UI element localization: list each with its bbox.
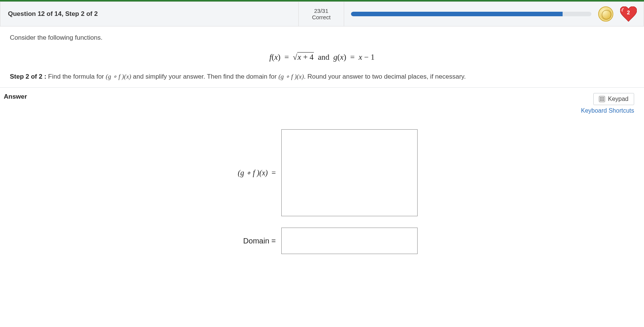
step-text-3: . Round your answer to two decimal place… <box>304 73 466 80</box>
svg-rect-6 <box>603 99 604 100</box>
progress-area: 2 <box>344 6 644 22</box>
svg-rect-2 <box>601 97 602 98</box>
progress-bar <box>351 12 591 16</box>
score-label: Correct <box>299 14 344 20</box>
formula-row: (g ∘ f )(x) = <box>227 129 418 216</box>
svg-rect-5 <box>601 99 602 100</box>
coin-icon <box>598 6 613 22</box>
keypad-button[interactable]: Keypad <box>593 93 634 105</box>
answer-inputs: (g ∘ f )(x) = Domain = <box>0 129 644 254</box>
svg-rect-4 <box>600 99 601 100</box>
question-title: Question 12 of 14, Step 2 of 2 <box>0 2 299 26</box>
domain-row: Domain = <box>227 228 418 254</box>
keypad-icon <box>599 96 605 102</box>
step-label: Step 2 of 2 : <box>10 73 46 80</box>
domain-label: Domain = <box>227 237 276 245</box>
header-bar: Question 12 of 14, Step 2 of 2 23/31 Cor… <box>0 2 644 26</box>
question-intro: Consider the following functions. <box>10 34 634 42</box>
formula-input[interactable] <box>281 129 418 216</box>
answer-tools: Keypad Keyboard Shortcuts <box>581 93 634 114</box>
domain-input[interactable] <box>281 228 418 254</box>
functions-definition: f(x) = √x + 4 and g(x) = x − 1 <box>10 52 634 62</box>
svg-rect-9 <box>603 100 604 101</box>
score-fraction: 23/31 <box>299 8 344 14</box>
score-box: 23/31 Correct <box>299 2 344 26</box>
keypad-label: Keypad <box>608 96 628 102</box>
svg-rect-1 <box>600 97 601 98</box>
svg-rect-7 <box>600 100 601 101</box>
step-text-1: Find the formula for <box>48 73 106 80</box>
heart-count: 2 <box>620 9 637 15</box>
svg-rect-3 <box>603 97 604 98</box>
gof-expr-2: (g ∘ f )(x) <box>278 73 304 80</box>
step-instruction: Step 2 of 2 : Find the formula for (g ∘ … <box>10 73 634 81</box>
answer-heading: Answer <box>4 93 27 101</box>
answer-header-row: Answer Keypad Keyboard Shortcuts <box>0 88 644 114</box>
step-text-2: and simplify your answer. Then find the … <box>131 73 278 80</box>
formula-label: (g ∘ f )(x) = <box>227 168 276 177</box>
progress-fill <box>351 12 563 16</box>
keyboard-shortcuts-link[interactable]: Keyboard Shortcuts <box>581 107 634 114</box>
question-content: Consider the following functions. f(x) =… <box>0 26 644 81</box>
gof-expr-1: (g ∘ f )(x) <box>106 73 131 80</box>
heart-icon <box>620 16 637 23</box>
lives-indicator: 2 <box>620 6 637 22</box>
svg-rect-8 <box>601 100 602 101</box>
